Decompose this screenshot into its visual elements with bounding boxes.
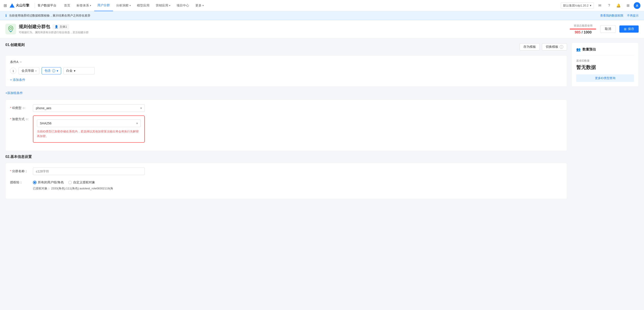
- condition-number: 1: [10, 68, 16, 74]
- nav-item-segments[interactable]: 用户分群: [94, 0, 113, 11]
- auth-label: 授权给：: [10, 179, 30, 184]
- edit-icon[interactable]: ✏: [20, 60, 22, 64]
- chevron-down-icon: ▾: [136, 122, 138, 125]
- message-icon[interactable]: ✉: [596, 2, 603, 9]
- view-data-permission-link[interactable]: 查看我的数据权限: [600, 14, 624, 18]
- info-circle-icon: i: [52, 69, 55, 72]
- nav-item-model[interactable]: 模型应用: [134, 0, 152, 11]
- svg-point-1: [10, 28, 12, 29]
- value-selector[interactable]: 白金 ▾: [63, 67, 95, 74]
- radio-circle-all: [33, 181, 36, 184]
- help-icon[interactable]: ?: [606, 2, 612, 9]
- org-selector[interactable]: 默认集团/cdp1.20.2 ▾: [561, 2, 594, 9]
- switch-template-button[interactable]: 切换模板 i: [542, 43, 567, 50]
- info-icon[interactable]: ⊙:: [26, 117, 29, 121]
- info-circle-icon: ℹ: [5, 13, 7, 18]
- chevron-down-icon: ▾: [202, 4, 204, 7]
- sidebar-title: 👥 数量预估: [576, 47, 634, 52]
- section-header: 01.创建规则 存为模板 切换模板 i: [5, 43, 567, 51]
- value-label: 白金: [66, 69, 72, 73]
- chevron-down-icon: ▾: [74, 69, 76, 73]
- subject-label: 主体1: [60, 25, 67, 29]
- nav-menu: 首页 标签体系▾ 用户分群 分析洞察▾ 模型应用 营销应用▾ 项目中心 更多▾: [61, 0, 561, 11]
- section-title-02: 02.基本信息设置: [5, 155, 567, 159]
- auth-label-text: 授权给：: [10, 180, 22, 184]
- info-icon: i: [560, 45, 563, 49]
- operator-selector[interactable]: 包含 i ▾: [42, 67, 61, 74]
- chevron-down-icon: ▾: [130, 4, 131, 7]
- quantity-estimate-card: 👥 数量预估 基准ID数量 暂无数据 更多ID类型查询: [572, 43, 639, 87]
- notification-icon[interactable]: 🔔: [615, 2, 622, 9]
- save-template-button[interactable]: 存为模板: [520, 43, 540, 50]
- auth-control: 所有的用户组/角色 自定义授权对象 已授权对象： 2333(角色):111(角色…: [33, 179, 145, 191]
- radio-custom[interactable]: 自定义授权对象: [68, 180, 95, 184]
- basic-info-card: * 分群名称： 授权给： 所有的用: [5, 163, 567, 199]
- resource-bar-fill: [570, 29, 596, 29]
- avatar[interactable]: A: [634, 2, 640, 9]
- svg-rect-2: [10, 31, 12, 31]
- template-buttons: 存为模板 切换模板 i: [520, 43, 567, 50]
- subject-selector[interactable]: 👤 主体1: [52, 24, 69, 29]
- save-icon: ⊞: [624, 27, 626, 31]
- radio-all-users[interactable]: 所有的用户组/角色: [33, 180, 64, 184]
- nav-item-tags[interactable]: 标签体系▾: [74, 0, 94, 11]
- authorized-objects-text: 已授权对象： 2333(角色):111(角色):autotest_role083…: [33, 184, 145, 191]
- encrypt-value: SHA256: [40, 122, 52, 125]
- id-type-control: phone_aes ▾: [33, 104, 145, 112]
- more-query-button[interactable]: 更多ID类型查询: [576, 74, 634, 82]
- id-type-label: * ID类型 ⊙:: [10, 104, 30, 110]
- people-icon: 👥: [576, 47, 581, 52]
- auth-row: 授权给： 所有的用户组/角色 自定义授权对象: [10, 179, 562, 191]
- dont-remind-link[interactable]: 不再提示: [627, 14, 639, 18]
- encrypt-box: SHA256 ▾ 当前ID类型已加密存储在系统内，若选择以其他加密算法输出将会将…: [33, 116, 145, 143]
- save-button[interactable]: ⊞ 保存: [620, 25, 639, 33]
- chevron-down-icon: ▾: [56, 69, 58, 73]
- id-type-selector[interactable]: phone_aes ▾: [33, 104, 145, 112]
- map-pin-icon: [5, 24, 16, 34]
- layout-icon[interactable]: ⊞: [625, 2, 631, 9]
- required-marker: *: [10, 169, 12, 173]
- top-navigation: ⊞ 火山引擎 客户数据平台 首页 标签体系▾ 用户分群 分析洞察▾ 模型应用 营…: [0, 0, 644, 11]
- right-sidebar: 👥 数量预估 基准ID数量 暂无数据 更多ID类型查询: [572, 43, 639, 199]
- nav-right: 默认集团/cdp1.20.2 ▾ ✉ ? 🔔 ⊞ A: [561, 2, 640, 9]
- nav-item-analysis[interactable]: 分析洞察▾: [113, 0, 134, 11]
- required-marker: *: [10, 106, 12, 110]
- encrypt-label: * 加密方式 ⊙:: [10, 116, 30, 121]
- radio-all-label: 所有的用户组/角色: [38, 180, 64, 184]
- nav-icon-group: ✉ ? 🔔 ⊞: [596, 2, 631, 9]
- cancel-button[interactable]: 取消: [600, 25, 616, 33]
- create-rule-section: 01.创建规则 存为模板 切换模板 i 条件A ✏ 1: [5, 43, 567, 151]
- chevron-down-icon: ▾: [169, 4, 170, 7]
- add-condition-button[interactable]: + 添加条件: [10, 78, 25, 82]
- add-group-condition-button[interactable]: +添加组条件: [5, 91, 23, 95]
- field-label: 会员等级: [22, 69, 34, 73]
- basic-info-section: 02.基本信息设置 * 分群名称： 授权给：: [5, 155, 567, 199]
- field-selector[interactable]: 会员等级 ▾: [18, 67, 40, 74]
- encrypt-warning-text: 当前ID类型已加密存储在系统内，若选择以其他加密算法输出将会将执行先解密再加密。: [37, 129, 141, 139]
- page-desc: 可根据行为、属性和原有分群进行组合筛选，灵活创建分群: [19, 31, 570, 34]
- name-control: [33, 167, 145, 175]
- person-icon: 👤: [54, 25, 58, 28]
- nav-item-marketing[interactable]: 营销应用▾: [152, 0, 174, 11]
- authorized-label: 已授权对象：: [33, 187, 50, 190]
- name-row: * 分群名称：: [10, 167, 562, 175]
- main-layout: 01.创建规则 存为模板 切换模板 i 条件A ✏ 1: [0, 38, 644, 203]
- logo: 火山引擎: [10, 3, 29, 7]
- name-input[interactable]: [33, 167, 145, 175]
- page-header: 规则创建分群包 👤 主体1 可根据行为、属性和原有分群进行组合筛选，灵活创建分群…: [0, 20, 644, 38]
- nav-item-home[interactable]: 首页: [61, 0, 74, 11]
- section-title-01: 01.创建规则: [5, 43, 24, 47]
- condition-group-a: 条件A ✏ 1 会员等级 ▾ 包含 i ▾ 白金: [5, 55, 567, 87]
- resource-value: 985 / 1000: [570, 30, 596, 34]
- page-title: 规则创建分群包: [19, 24, 50, 30]
- name-label: * 分群名称：: [10, 167, 30, 173]
- radio-custom-label: 自定义授权对象: [73, 180, 95, 184]
- nav-item-more[interactable]: 更多▾: [192, 0, 207, 11]
- id-type-section: * ID类型 ⊙: phone_aes ▾ *: [5, 100, 567, 151]
- page-header-info: 规则创建分群包 👤 主体1 可根据行为、属性和原有分群进行组合筛选，灵活创建分群: [19, 24, 570, 34]
- grid-icon[interactable]: ⊞: [4, 3, 7, 8]
- nav-divider: [35, 3, 35, 8]
- info-icon[interactable]: ⊙:: [22, 106, 26, 110]
- encrypt-selector[interactable]: SHA256 ▾: [37, 120, 141, 127]
- nav-item-project[interactable]: 项目中心: [174, 0, 192, 11]
